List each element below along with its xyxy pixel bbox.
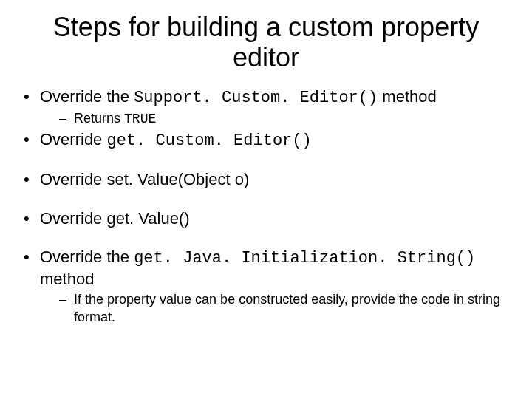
- text-run: Returns: [74, 111, 124, 126]
- text-run: method: [378, 87, 437, 106]
- text-run: Override set. Value(Object o): [40, 170, 249, 188]
- text-run: Override get. Value(): [40, 209, 190, 228]
- bullet-override-get-value: Override get. Value(): [21, 208, 511, 229]
- sub-bullet-returns-true: Returns TRUE: [40, 110, 511, 128]
- text-run: method: [40, 270, 94, 288]
- code-run: Support. Custom. Editor(): [134, 89, 378, 107]
- code-run: TRUE: [124, 112, 156, 126]
- sub-list: If the property value can be constructed…: [40, 291, 511, 326]
- text-run: Override: [40, 130, 106, 149]
- bullet-list: Override the Support. Custom. Editor() m…: [21, 86, 511, 326]
- slide-title: Steps for building a custom property edi…: [21, 12, 511, 73]
- bullet-override-get-custom-editor: Override get. Custom. Editor(): [21, 129, 511, 151]
- text-run: Override the: [40, 248, 134, 266]
- code-run: get. Java. Initialization. String(): [134, 249, 475, 267]
- bullet-override-support-custom-editor: Override the Support. Custom. Editor() m…: [21, 86, 511, 129]
- bullet-override-get-java-init-string: Override the get. Java. Initialization. …: [21, 247, 511, 326]
- bullet-override-set-value: Override set. Value(Object o): [21, 169, 511, 190]
- sub-bullet-string-format-note: If the property value can be constructed…: [40, 291, 511, 326]
- text-run: If the property value can be constructed…: [74, 292, 500, 324]
- slide: Steps for building a custom property edi…: [0, 0, 532, 399]
- sub-list: Returns TRUE: [40, 110, 511, 128]
- code-run: get. Custom. Editor(): [106, 132, 311, 150]
- text-run: Override the: [40, 87, 134, 106]
